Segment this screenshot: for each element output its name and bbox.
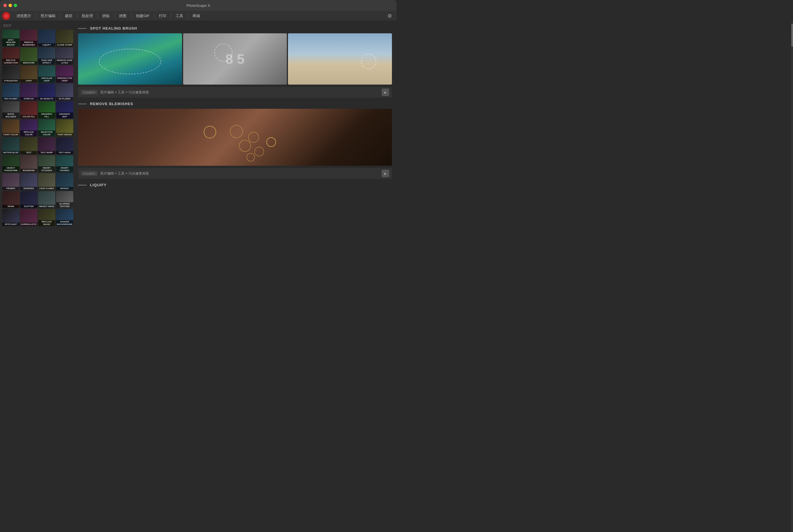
tool-label-text-mask: TEXT MASK [56,151,73,154]
tool-circular-crop[interactable]: CIRCULAR CROP [38,65,55,82]
menu-print[interactable]: 打印 [156,12,169,20]
tool-mosaic[interactable]: MOSAIC [56,173,73,190]
tool-label-borders: BORDERS [20,187,37,190]
titlebar-title: PhotoScape X [186,3,210,8]
menu-sep-8 [171,13,171,19]
tool-label-lens-flares: LENS FLARES [38,187,55,190]
menu-crop[interactable]: 裁切 [62,12,75,20]
tool-gradient-fill[interactable]: GRADIENT FILL [38,101,55,118]
menu-sep-6 [131,13,131,19]
tool-spotlight[interactable]: SPOTLIGHT [2,209,19,226]
tool-lens-flares[interactable]: LENS FLARES [38,173,55,190]
tool-label-replace-image: REPLACE IMAGE [38,220,55,226]
tool-color-fill[interactable]: COLOR FILL [20,101,37,118]
tool-point-color[interactable]: POINT COLOR [2,119,19,136]
tool-label-tiny-planet: TINY PLANET [2,97,19,100]
menu-browse[interactable]: 浏览图片 [14,12,34,20]
tool-insert-stickers[interactable]: INSERT STICKERS [38,155,55,172]
tool-label-frames: FRAMES [2,187,19,190]
tool-selective-color[interactable]: SELECTIVE COLOR [38,119,55,136]
menu-sep-2 [60,13,60,19]
tool-label-text: TEXT [20,151,37,154]
tool-miniature[interactable]: MINIATURE [20,48,37,65]
section-header-spot-healing: SPOT HEALING BRUSH [78,26,392,31]
menu-batch[interactable]: 批处理 [79,12,96,20]
tool-insert-figures[interactable]: INSERT FIGURES [56,155,73,172]
tool-white-balance[interactable]: WHITE BALANCE [2,101,19,118]
tool-liquify[interactable]: LIQUIFY [38,30,55,47]
tool-text-mask[interactable]: TEXT MASK [56,137,73,154]
svg-point-4 [247,153,254,161]
section-line-1 [78,28,87,29]
menu-collage[interactable]: 拼贴 [99,12,113,20]
svg-point-2 [239,140,251,152]
tool-replace-color[interactable]: REPLACE COLOR [20,119,37,136]
tool-motion-blur[interactable]: MOTION BLUR [2,137,19,154]
tool-object-transform[interactable]: OBJECT TRANSFORM [2,155,19,172]
tool-label-motion-blur: MOTION BLUR [2,151,19,154]
menu-sep-1 [36,13,36,19]
tool-label-liquify: LIQUIFY [38,43,55,47]
tool-fake-hdr[interactable]: FAKE HDR EFFECT [38,48,55,65]
close-button[interactable] [3,4,7,7]
tool-scatter[interactable]: SCATTER [20,191,37,208]
menu-shop[interactable]: 商城 [190,12,203,20]
tool-perspective[interactable]: PERSPECTIVE CROP [56,65,73,82]
menu-gif[interactable]: 创建GIF [133,12,152,20]
tool-red-eye[interactable]: RED EYE CORRECTION [2,48,19,65]
tool-borders[interactable]: BORDERS [20,173,37,190]
settings-icon[interactable]: ⚙ [385,12,394,20]
play-button-1[interactable]: ▶ [382,89,389,96]
tool-label-3d-objects: 3D OBJECTS [38,97,55,100]
tool-label-fake-hdr: FAKE HDR EFFECT [38,59,55,65]
tool-change-background[interactable]: CHANGE BACKGROUND [56,209,73,226]
tool-text[interactable]: TEXT [20,137,37,154]
minimize-button[interactable] [8,4,12,7]
tool-text-warp[interactable]: TEXT WARP [38,137,55,154]
menu-sep-9 [188,13,188,19]
tool-spot-healing[interactable]: SPOT HEALING BRUSH [2,30,19,47]
tool-magnifier[interactable]: MAGNIFIER [20,155,37,172]
play-button-2[interactable]: ▶ [382,170,389,177]
tool-label-draw: DRAW [2,205,19,208]
tool-label-gradient-map: GRADIENT MAP [56,113,73,118]
tool-straighten[interactable]: STRAIGHTEN [2,65,19,82]
tool-3d-objects[interactable]: 3D OBJECTS [38,83,55,100]
tool-blurred-texture[interactable]: BLURRED TEXTURE [56,191,73,208]
tool-replace-image[interactable]: REPLACE IMAGE [38,209,55,226]
preview-face [78,109,392,166]
tool-tiny-planet[interactable]: TINY PLANET [2,83,19,100]
tool-remove-haze[interactable]: REMOVE HAZE & FOG [56,48,73,65]
tool-label-spotlight: SPOTLIGHT [2,223,19,226]
tool-surrealistic[interactable]: SURREALISTIC [20,209,37,226]
app-logo [2,12,10,20]
tool-label-change-background: CHANGE BACKGROUND [56,220,73,226]
tool-object-mask[interactable]: OBJECT MASK [38,191,55,208]
tool-stretch[interactable]: STRETCH [20,83,37,100]
location-label-2: Location [81,171,97,176]
menu-photo-edit[interactable]: 照片编辑 [38,12,58,20]
tool-label-object-transform: OBJECT TRANSFORM [2,166,19,172]
menu-tools[interactable]: 工具 [173,12,186,20]
menu-combine[interactable]: 拼图 [116,12,129,20]
traffic-lights [3,4,17,7]
tool-clone-stamp[interactable]: CLONE STAMP [56,30,73,47]
preview-numbers [183,33,287,84]
maximize-button[interactable] [14,4,17,7]
tool-paint-brush[interactable]: PAINT BRUSH [56,119,73,136]
tool-frames[interactable]: FRAMES [2,173,19,190]
tool-label-object-mask: OBJECT MASK [38,205,55,208]
tool-label-blurred-texture: BLURRED TEXTURE [56,202,73,208]
tool-crop[interactable]: CROP [20,65,37,82]
tool-label-color-fill: COLOR FILL [20,115,37,118]
tool-3d-planes[interactable]: 3D PLANES [56,83,73,100]
tool-remove-blemish[interactable]: REMOVE BLEMISHES [20,30,37,47]
tool-label-remove-blemish: REMOVE BLEMISHES [20,41,37,47]
tool-label-gradient-fill: GRADIENT FILL [38,113,55,118]
tool-label-remove-haze: REMOVE HAZE & FOG [56,59,73,65]
tool-gradient-map[interactable]: GRADIENT MAP [56,101,73,118]
tool-label-insert-figures: INSERT FIGURES [56,166,73,172]
tool-label-replace-color: REPLACE COLOR [20,130,37,136]
tool-draw[interactable]: DRAW [2,191,19,208]
tools-grid: SPOT HEALING BRUSH REMOVE BLEMISHES LIQU… [2,30,71,226]
